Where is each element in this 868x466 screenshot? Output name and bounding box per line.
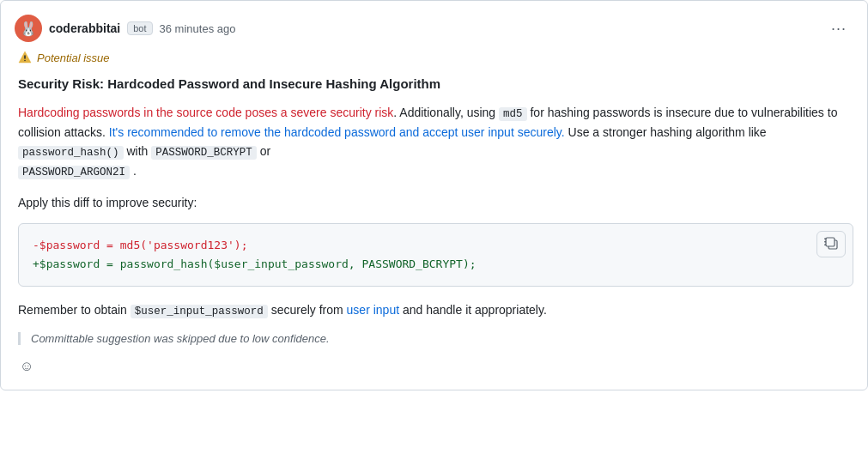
md5-code: md5	[499, 107, 527, 121]
remember-text-pre1: Remember to obtain	[18, 303, 131, 317]
remember-text-pre2: securely from	[268, 303, 347, 317]
para1-text1: . Additionally, using	[393, 106, 499, 119]
potential-issue-text: Potential issue	[37, 51, 110, 64]
emoji-reaction-button[interactable]: ☺	[18, 357, 35, 376]
skipped-suggestion: Committable suggestion was skipped due t…	[18, 332, 853, 345]
code-block: -$password = md5('password123'); +$passw…	[19, 224, 853, 286]
para1-text3: Use a stronger hashing algorithm like	[565, 125, 767, 139]
copy-button[interactable]	[816, 231, 846, 257]
warning-icon	[18, 51, 32, 64]
code-line-removed: -$password = md5('password123');	[33, 236, 839, 255]
remember-blue: user input	[347, 303, 399, 317]
section-title: Security Risk: Hardcoded Password and In…	[18, 76, 853, 91]
comment-container: 🐰 coderabbitai bot 36 minutes ago ··· Po…	[0, 0, 868, 390]
remember-text-pre3: and handle it appropriately.	[399, 303, 547, 317]
body-paragraph1: Hardcoding passwords in the source code …	[18, 103, 853, 181]
comment-body: Security Risk: Hardcoded Password and In…	[15, 76, 853, 376]
more-options-button[interactable]: ···	[824, 16, 853, 41]
comment-header-left: 🐰 coderabbitai bot 36 minutes ago	[15, 15, 235, 42]
username: coderabbitai	[49, 21, 120, 35]
avatar-icon: 🐰	[20, 21, 37, 37]
para1-text5: or	[257, 144, 270, 158]
potential-issue-label: Potential issue	[18, 51, 853, 64]
timestamp: 36 minutes ago	[160, 22, 236, 35]
para1-text6: .	[130, 164, 137, 178]
code-line-added: +$password = password_hash($user_input_p…	[33, 255, 839, 274]
password-bcrypt-code: PASSWORD_BCRYPT	[151, 146, 257, 160]
para1-blue: It's recommended to remove the hardcoded…	[109, 125, 565, 139]
remember-text: Remember to obtain $user_input_password …	[18, 300, 853, 320]
hardcoding-text: Hardcoding passwords in the source code …	[18, 106, 393, 119]
skipped-suggestion-text: Committable suggestion was skipped due t…	[31, 332, 330, 345]
para1-text4: with	[124, 144, 152, 158]
code-block-wrapper: -$password = md5('password123'); +$passw…	[18, 223, 853, 287]
password-hash-code: password_hash()	[18, 146, 124, 160]
svg-rect-2	[826, 238, 835, 246]
user-input-password-code: $user_input_password	[131, 305, 268, 318]
password-argon2i-code: PASSWORD_ARGON2I	[18, 166, 130, 179]
svg-point-0	[24, 60, 26, 62]
comment-header: 🐰 coderabbitai bot 36 minutes ago ···	[15, 15, 853, 42]
bot-badge: bot	[127, 21, 152, 35]
apply-diff-text: Apply this diff to improve security:	[18, 193, 853, 212]
avatar: 🐰	[15, 15, 42, 42]
